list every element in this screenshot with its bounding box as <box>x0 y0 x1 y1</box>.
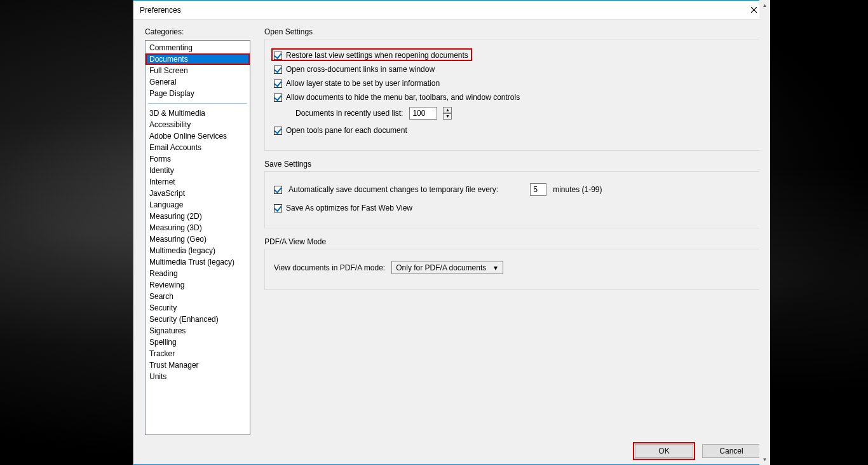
save-settings-title: Save Settings <box>264 160 761 169</box>
category-item[interactable]: 3D & Multimedia <box>146 108 250 119</box>
category-item[interactable]: Measuring (3D) <box>146 222 250 233</box>
titlebar: Preferences <box>133 1 770 20</box>
category-item[interactable]: Signatures <box>146 325 250 337</box>
pdfa-title: PDF/A View Mode <box>264 237 761 246</box>
categories-label: Categories: <box>145 27 250 36</box>
dialog-buttons: OK Cancel <box>145 435 761 458</box>
dialog-body: Categories: CommentingDocumentsFull Scre… <box>133 20 770 464</box>
fast-web-label: Save As optimizes for Fast Web View <box>286 204 412 212</box>
layer-state-checkbox[interactable] <box>274 80 282 88</box>
category-item[interactable]: Units <box>146 371 250 382</box>
category-item[interactable]: Full Screen <box>146 65 250 76</box>
settings-panel: Open Settings Restore last view settings… <box>264 27 761 435</box>
fast-web-row: Save As optimizes for Fast Web View <box>274 204 751 212</box>
layer-state-row: Allow layer state to be set by user info… <box>274 79 751 88</box>
category-item[interactable]: General <box>146 76 250 88</box>
category-item[interactable]: Identity <box>146 165 250 176</box>
restore-last-view-label: Restore last view settings when reopenin… <box>286 51 468 60</box>
window-title: Preferences <box>140 6 181 15</box>
recent-documents-spinner[interactable]: ▲ ▼ <box>443 107 452 120</box>
save-settings-section: Save Settings Automatically save documen… <box>264 160 761 228</box>
category-item[interactable]: Internet <box>146 176 250 188</box>
categories-panel: Categories: CommentingDocumentsFull Scre… <box>145 27 250 435</box>
category-item[interactable]: Measuring (2D) <box>146 211 250 222</box>
category-item[interactable]: Trust Manager <box>146 359 250 371</box>
recent-documents-label: Documents in recently used list: <box>295 109 403 118</box>
pdfa-mode-row: View documents in PDF/A mode: Only for P… <box>274 261 751 274</box>
category-item[interactable]: Multimedia (legacy) <box>146 245 250 256</box>
tools-pane-label: Open tools pane for each document <box>286 126 407 135</box>
category-item[interactable]: Commenting <box>146 42 250 53</box>
category-item[interactable]: Spelling <box>146 337 250 348</box>
category-item[interactable]: Language <box>146 199 250 211</box>
spinner-up-icon[interactable]: ▲ <box>443 107 452 113</box>
hide-menubar-label: Allow documents to hide the menu bar, to… <box>286 93 520 102</box>
category-item[interactable]: Reading <box>146 268 250 279</box>
category-item[interactable]: Adobe Online Services <box>146 130 250 142</box>
category-item[interactable]: Security <box>146 302 250 314</box>
hide-menubar-checkbox[interactable] <box>274 94 282 102</box>
category-item[interactable]: Security (Enhanced) <box>146 314 250 325</box>
close-icon <box>750 6 757 13</box>
preferences-dialog: Preferences Categories: CommentingDocume… <box>133 0 770 465</box>
cross-doc-links-row: Open cross-document links in same window <box>274 65 751 74</box>
category-item[interactable]: Multimedia Trust (legacy) <box>146 256 250 268</box>
pdfa-mode-label: View documents in PDF/A mode: <box>274 263 385 272</box>
outer-scrollbar[interactable]: ▲ ▼ <box>759 0 770 465</box>
autosave-minutes-input[interactable]: 5 <box>530 183 546 196</box>
scroll-up-icon[interactable]: ▲ <box>759 0 770 11</box>
spinner-down-icon[interactable]: ▼ <box>443 113 452 120</box>
autosave-label: Automatically save document changes to t… <box>288 185 498 194</box>
cancel-button[interactable]: Cancel <box>702 444 761 458</box>
category-item[interactable]: JavaScript <box>146 188 250 199</box>
open-settings-title: Open Settings <box>264 27 761 36</box>
category-item[interactable]: Reviewing <box>146 279 250 291</box>
category-item[interactable]: Documents <box>146 53 250 65</box>
cross-doc-links-label: Open cross-document links in same window <box>286 65 435 74</box>
ok-button[interactable]: OK <box>635 444 693 458</box>
recent-documents-input[interactable]: 100 <box>409 107 437 120</box>
scroll-down-icon[interactable]: ▼ <box>759 454 770 465</box>
fast-web-checkbox[interactable] <box>274 204 282 212</box>
layer-state-label: Allow layer state to be set by user info… <box>286 79 440 88</box>
open-settings-section: Open Settings Restore last view settings… <box>264 27 761 151</box>
category-item[interactable]: Forms <box>146 153 250 165</box>
categories-list[interactable]: CommentingDocumentsFull ScreenGeneralPag… <box>145 40 250 435</box>
pdfa-mode-select[interactable]: Only for PDF/A documents ▾ <box>391 261 503 274</box>
cross-doc-links-checkbox[interactable] <box>274 66 282 74</box>
pdfa-mode-value: Only for PDF/A documents <box>396 263 486 272</box>
autosave-suffix: minutes (1-99) <box>553 185 602 194</box>
autosave-row: Automatically save document changes to t… <box>274 183 751 196</box>
category-item[interactable]: Email Accounts <box>146 142 250 153</box>
category-item[interactable]: Tracker <box>146 348 250 359</box>
chevron-down-icon: ▾ <box>491 263 500 272</box>
tools-pane-row: Open tools pane for each document <box>274 126 751 135</box>
recent-documents-row: Documents in recently used list: 100 ▲ ▼ <box>295 107 751 120</box>
category-item[interactable]: Page Display <box>146 88 250 99</box>
restore-last-view-row: Restore last view settings when reopenin… <box>274 51 751 60</box>
category-item[interactable]: Accessibility <box>146 119 250 130</box>
category-item[interactable]: Search <box>146 291 250 302</box>
restore-last-view-checkbox[interactable] <box>274 52 282 60</box>
pdfa-section: PDF/A View Mode View documents in PDF/A … <box>264 237 761 290</box>
category-item[interactable]: Measuring (Geo) <box>146 233 250 245</box>
tools-pane-checkbox[interactable] <box>274 127 282 135</box>
category-separator <box>148 103 247 104</box>
hide-menubar-row: Allow documents to hide the menu bar, to… <box>274 93 751 102</box>
autosave-checkbox[interactable] <box>274 186 282 194</box>
